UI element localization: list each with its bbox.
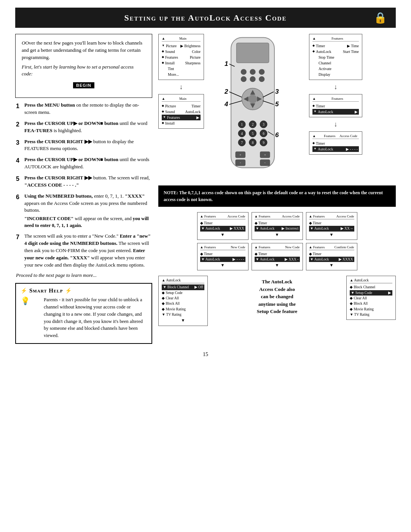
screen-box-newcode-2: ▲ FeaturesNew Code ◆ Timer ▼ AutoLock▶ X… [252, 243, 303, 271]
svg-text:3: 3 [263, 123, 264, 126]
features-menu-1: ▲Features ◆ Timer ▶ Time ◆ AutoLock Star… [309, 34, 362, 80]
autolock-row: ◆ Movie Rating [162, 307, 204, 312]
autolock-row: ◆ Block All [350, 301, 392, 306]
menu-item-access-highlighted: ▼ AutoLock ▶ - - - - [312, 146, 359, 152]
screen-box-incorrect: ▲ FeaturesAccess Code ◆ Timer ▼ AutoLock… [252, 212, 303, 240]
screen-row: ◆ Timer [309, 220, 354, 226]
autolock-title-row: ▲ AutoLock [162, 278, 204, 283]
proceed-text: Proceed to the next page to learn more..… [16, 272, 151, 278]
step-1-num: 1 [16, 102, 23, 110]
intro-para2: First, let's start by learning how to se… [22, 64, 146, 78]
step-5-content: Press the CURSOR RIGHT ▶▶ button. The sc… [24, 174, 151, 189]
svg-text:2: 2 [252, 123, 254, 126]
bottom-area: ▲ AutoLock ▼ Block Channel▶ Off ◆ Setup … [158, 276, 396, 326]
step-1: 1 Press the MENU button on the remote to… [16, 102, 151, 116]
step-4-num: 4 [16, 156, 23, 165]
svg-text:6: 6 [275, 131, 279, 139]
screen-arrow: ▼ [255, 263, 300, 267]
main-menu-2-title: ▲Main [162, 97, 201, 102]
svg-text:-: - [264, 161, 266, 165]
intro-para1: OOver the next few pages you'll learn ho… [22, 40, 146, 61]
step-4-content: Press the CURSOR UP▶ or DOWN■ button unt… [24, 156, 151, 171]
menu-item: ◆ Features Picture [162, 54, 201, 60]
screen-box-xx: ▲ FeaturesAccess Code ◆ Timer ▼ AutoLock… [306, 212, 357, 240]
screen-row-highlighted: ▼ AutoLock▶ XXX - [255, 257, 300, 262]
svg-point-9 [249, 95, 257, 104]
arrow-down-3: ↓ [309, 120, 362, 128]
screen-row: ◆ Timer [255, 251, 300, 257]
screen-row: ◆ Timer [255, 220, 300, 226]
left-initial-menus: ▲Main ▼ Picture ▶ Brightness ◆ Sound Col… [158, 34, 204, 129]
screen-box-xxxx: ▲ FeaturesAccess Code ◆ Timer ▼ AutoLock… [197, 212, 249, 240]
menu-item: ▼ Picture ▶ Brightness [162, 43, 201, 49]
step-7: 7 The screen will ask you to enter a "Ne… [16, 233, 151, 268]
autolock-row: ◆ Block All [162, 301, 204, 306]
main-layout: OOver the next few pages you'll learn ho… [15, 34, 396, 344]
step-3-num: 3 [16, 138, 23, 147]
step-6: 6 Using the NUMBERED buttons, enter 0, 7… [16, 193, 151, 229]
screen-box-newcode-1: ▲ FeaturesNew Code ◆ Timer ▼ AutoLock▶ -… [197, 243, 249, 271]
svg-text:6: 6 [263, 132, 264, 136]
remote-svg: 1 2 3 4 5 6 7 8 [207, 34, 298, 179]
screen-arrow: ▼ [309, 263, 354, 267]
autolock-row: ◆ Clear All [162, 296, 204, 301]
autolock-row: ▼ Block Channel▶ Off [162, 284, 204, 290]
main-menu-2: ▲Main ◆ Picture Timer ◆ Sound AutoLock ▼… [158, 94, 204, 129]
screen-row-highlighted: ▼ AutoLock▶ - - - - [200, 257, 245, 262]
features-menu-1-title: ▲Features [312, 37, 359, 42]
menu-item: ◆ Sound Color [162, 49, 201, 54]
svg-rect-1 [236, 43, 269, 63]
arrow-down-1: ↓ [158, 83, 204, 91]
remote-menus-area: ▲Main ▼ Picture ▶ Brightness ◆ Sound Col… [158, 34, 396, 180]
screen-row: ◆ Timer [200, 251, 245, 257]
svg-text:5: 5 [275, 101, 279, 108]
bulb-icon: 💡 [21, 296, 30, 305]
menu-item: Activate [319, 66, 359, 72]
svg-point-5 [241, 76, 247, 82]
svg-point-2 [241, 69, 247, 75]
screen-arrow: ▼ [200, 232, 245, 237]
step-4: 4 Press the CURSOR UP▶ or DOWN■ button u… [16, 156, 151, 171]
svg-text:4: 4 [224, 101, 228, 108]
menu-item: ◆ Install [162, 120, 201, 126]
autolock-row: ▼ TV Rating [162, 312, 204, 317]
screen-row-highlighted: ▼ AutoLock▶ Incorrect [255, 226, 300, 231]
step-2-num: 2 [16, 120, 23, 129]
svg-text:-: - [240, 161, 241, 165]
screen-row-highlighted: ▼ AutoLock▶ XX -- [309, 226, 354, 231]
screen-title-row: ▲ FeaturesAccess Code [255, 214, 300, 219]
svg-text:9: 9 [263, 141, 264, 145]
svg-text:4: 4 [241, 132, 243, 136]
left-column: OOver the next few pages you'll learn ho… [15, 34, 152, 344]
arrow-down-2: ↓ [309, 83, 362, 91]
features-menu-2: ▲Features ◆ Timer ▼ AutoLock ▶ [309, 94, 362, 117]
step-7-content: The screen will ask you to enter a "New … [24, 233, 151, 268]
lock-icon-container: 🔒 [373, 11, 388, 24]
menu-item: Stop Time [319, 54, 359, 60]
svg-text:5: 5 [252, 132, 254, 136]
svg-text:1: 1 [225, 60, 228, 67]
autolock-menu-2: ▲ AutoLock ◆ Block Channel ▼ Setup Code▶… [346, 276, 396, 320]
lightning-right-icon: ⚡ [65, 288, 72, 294]
screen-row: ◆ Timer [200, 220, 245, 226]
lightning-left-icon: ⚡ [21, 288, 27, 294]
steps-container: 1 Press the MENU button on the remote to… [15, 102, 152, 278]
svg-text:7: 7 [241, 141, 243, 145]
main-menu-1: ▲Main ▼ Picture ▶ Brightness ◆ Sound Col… [158, 34, 204, 80]
menu-item: ◆ Timer [312, 141, 359, 146]
intro-box: OOver the next few pages you'll learn ho… [15, 34, 152, 98]
features-menu-2-title: ▲Features [312, 97, 359, 102]
smart-help-text: Parents - it isn't possible for your chi… [44, 296, 147, 339]
screen-arrow: ▼ [309, 232, 354, 237]
svg-text:1: 1 [241, 123, 243, 126]
screen-arrow: ▼ [162, 318, 204, 323]
menu-item: ◆ Timer ▶ Time [312, 43, 359, 49]
menu-item: ◆ AutoLock Start Time [312, 49, 359, 54]
autolock-row: ◆ Setup Code [162, 290, 204, 296]
page-container: Setting up the AutoLock Access Code 🔒 OO… [0, 0, 411, 532]
step-3-content: Press the CURSOR RIGHT ▶▶ button to disp… [24, 138, 151, 153]
menu-item: More... [168, 72, 201, 77]
menu-item: ◆ Timer [312, 103, 359, 109]
autolock-row: ◆ Movie Rating [350, 307, 392, 312]
screen-title-row: ▲ FeaturesConfirm Code [309, 245, 354, 250]
